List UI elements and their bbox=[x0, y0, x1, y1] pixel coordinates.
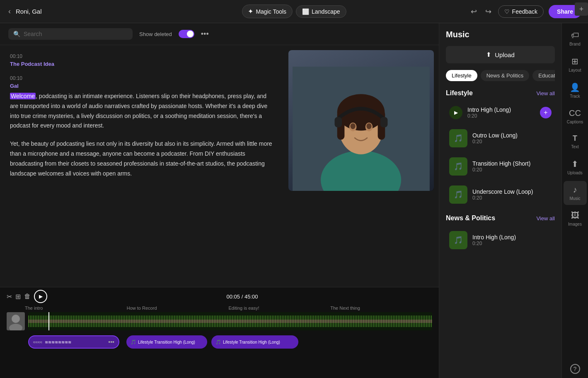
music-panel-title: Music bbox=[446, 30, 555, 39]
project-title: Roni, Gal bbox=[16, 8, 42, 15]
svg-point-9 bbox=[350, 123, 355, 129]
genre-tab-news[interactable]: News & Politics bbox=[481, 70, 530, 81]
svg-rect-12 bbox=[380, 117, 388, 128]
right-sidebar: 🏷 Brand ⊞ Layout 👤 Track CC Captions T T… bbox=[561, 23, 588, 378]
music-item-4-duration: 0:20 bbox=[472, 195, 552, 201]
back-button[interactable]: ‹ bbox=[7, 5, 12, 17]
music-item-4[interactable]: 🎵 Underscore Low (Loop) 0:20 bbox=[446, 181, 555, 208]
right-panel: Music ⬆ Upload Lifestyle News & Politics… bbox=[439, 23, 588, 378]
waveform-svg bbox=[28, 312, 432, 330]
sidebar-item-captions[interactable]: CC Captions bbox=[564, 104, 587, 128]
split-button[interactable]: ⊞ bbox=[15, 293, 21, 301]
sidebar-item-text[interactable]: T Text bbox=[564, 130, 587, 153]
brand-label: Brand bbox=[569, 42, 581, 46]
music-tracks-row: ≈≈≈≈ ≋≋≋≋≋≋≋≋ ••• 🎵 Lifestyle Transition… bbox=[0, 333, 439, 351]
music-track-edit[interactable]: ≈≈≈≈ ≋≋≋≋≋≋≋≋ ••• bbox=[28, 335, 119, 349]
genre-tab-lifestyle[interactable]: Lifestyle bbox=[446, 70, 477, 81]
search-input[interactable] bbox=[24, 31, 128, 37]
news-section-title: News & Politics bbox=[446, 214, 495, 222]
sidebar-item-uploads[interactable]: ⬆ Uploads bbox=[564, 155, 587, 179]
video-preview bbox=[288, 50, 434, 191]
right-controls: ↩ ↪ ♡ Feedback Share bbox=[469, 5, 581, 18]
upload-button[interactable]: ⬆ Upload bbox=[446, 46, 555, 63]
news-music-item-1-info: Intro High (Long) 0:20 bbox=[472, 234, 552, 246]
track-thumbnail bbox=[7, 312, 25, 330]
timeline-controls: ✂ ⊞ 🗑 ▶ 00:05 / 45:00 bbox=[0, 287, 439, 306]
thumb-image bbox=[7, 312, 25, 330]
svg-point-14 bbox=[12, 315, 20, 323]
sidebar-item-track[interactable]: 👤 Track bbox=[564, 78, 587, 103]
music-item-2-name: Outro Low (Long) bbox=[472, 132, 552, 139]
sidebar-item-music[interactable]: ♪ Music bbox=[564, 181, 587, 205]
total-time: 45:00 bbox=[244, 294, 258, 300]
heart-icon: ♡ bbox=[504, 8, 510, 15]
music-track-2-label: Lifestyle Transition High (Long) bbox=[223, 340, 280, 344]
video-frame bbox=[288, 50, 434, 191]
magic-tools-button[interactable]: ✦ Magic Tools bbox=[242, 5, 293, 18]
sidebar-item-images[interactable]: 🖼 Images bbox=[564, 207, 587, 231]
captions-label: Captions bbox=[567, 120, 583, 124]
sidebar-item-help[interactable]: ? bbox=[564, 360, 587, 378]
more-options-button[interactable]: ••• bbox=[201, 30, 209, 39]
track-more-icon[interactable]: ••• bbox=[108, 339, 114, 345]
landscape-button[interactable]: ⬜ Landscape bbox=[296, 5, 346, 18]
music-item-2-duration: 0:20 bbox=[472, 139, 552, 144]
layout-label: Layout bbox=[569, 68, 581, 72]
topbar: ‹ Roni, Gal ✦ Magic Tools ⬜ Landscape ↩ … bbox=[0, 0, 588, 23]
chapter-label-1: The intro bbox=[25, 306, 127, 311]
music-item-2-icon: 🎵 bbox=[449, 129, 467, 147]
news-music-item-1[interactable]: 🎵 Intro High (Long) 0:20 bbox=[446, 227, 555, 253]
video-panel bbox=[283, 45, 439, 287]
undo-button[interactable]: ↩ bbox=[469, 5, 479, 18]
play-track-1-button[interactable]: ▶ bbox=[449, 106, 462, 119]
lifestyle-view-all[interactable]: View all bbox=[536, 90, 555, 96]
music-item-1[interactable]: ▶ Intro High (Long) 0:20 + bbox=[446, 102, 555, 123]
chapter-label-2: How to Record bbox=[127, 306, 229, 311]
music-item-1-name: Intro High (Long) bbox=[467, 106, 535, 113]
music-item-3-name: Transition High (Short) bbox=[472, 160, 552, 167]
main-layout: 🔍 Show deleted ••• 00:10 The Podcast Ide… bbox=[0, 23, 588, 378]
time-display: 00:05 / 45:00 bbox=[52, 294, 432, 300]
music-item-2[interactable]: 🎵 Outro Low (Long) 0:20 bbox=[446, 125, 555, 152]
text-icon: T bbox=[573, 134, 577, 143]
chapter-labels: The intro How to Record Editing is easy!… bbox=[0, 306, 439, 312]
music-item-4-name: Underscore Low (Loop) bbox=[472, 188, 552, 195]
scissors-button[interactable]: ✂ bbox=[7, 293, 12, 301]
search-icon: 🔍 bbox=[13, 31, 20, 37]
redo-button[interactable]: ↪ bbox=[484, 5, 493, 18]
feedback-label: Feedback bbox=[512, 8, 537, 15]
upload-icon: ⬆ bbox=[486, 51, 491, 58]
music-track-1-label: Lifestyle Transition High (Long) bbox=[138, 340, 195, 344]
show-deleted-label: Show deleted bbox=[139, 31, 172, 37]
magic-tools-label: Magic Tools bbox=[256, 8, 286, 15]
transcript-text-1: Welcome, podcasting is an intimate exper… bbox=[10, 91, 273, 131]
landscape-icon: ⬜ bbox=[302, 8, 309, 15]
news-view-all[interactable]: View all bbox=[536, 215, 555, 222]
content-split: 00:10 The Podcast Idea 00:10 Gal Welcome… bbox=[0, 45, 439, 287]
music-item-3-duration: 0:20 bbox=[472, 167, 552, 173]
music-item-3[interactable]: 🎵 Transition High (Short) 0:20 bbox=[446, 153, 555, 180]
sidebar-item-brand[interactable]: 🏷 Brand bbox=[564, 26, 587, 51]
music-track-2[interactable]: 🎵 Lifestyle Transition High (Long) bbox=[211, 335, 298, 349]
text-label: Text bbox=[571, 144, 578, 149]
music-item-3-info: Transition High (Short) 0:20 bbox=[472, 160, 552, 173]
waveform-row: + bbox=[0, 312, 439, 330]
genre-tab-education[interactable]: Education bbox=[532, 70, 555, 81]
music-item-1-duration: 0:20 bbox=[467, 113, 535, 119]
play-icon: ▶ bbox=[39, 294, 43, 299]
music-track-1[interactable]: 🎵 Lifestyle Transition High (Long) bbox=[126, 335, 207, 349]
show-deleted-toggle[interactable] bbox=[179, 30, 194, 38]
face-overlay bbox=[288, 50, 434, 191]
sparkle-icon: ✦ bbox=[248, 7, 253, 15]
waveform-mini-icon: ≈≈≈≈ bbox=[33, 340, 42, 344]
search-box: 🔍 bbox=[8, 28, 133, 40]
news-music-item-1-duration: 0:20 bbox=[472, 241, 552, 246]
delete-button[interactable]: 🗑 bbox=[24, 293, 31, 300]
add-music-1-button[interactable]: + bbox=[540, 107, 552, 118]
sidebar-item-layout[interactable]: ⊞ Layout bbox=[564, 52, 587, 77]
music-item-2-info: Outro Low (Long) 0:20 bbox=[472, 132, 552, 144]
images-label: Images bbox=[568, 222, 582, 226]
feedback-button[interactable]: ♡ Feedback bbox=[498, 5, 544, 18]
music-item-4-icon: 🎵 bbox=[449, 185, 467, 204]
play-button[interactable]: ▶ bbox=[34, 290, 47, 303]
